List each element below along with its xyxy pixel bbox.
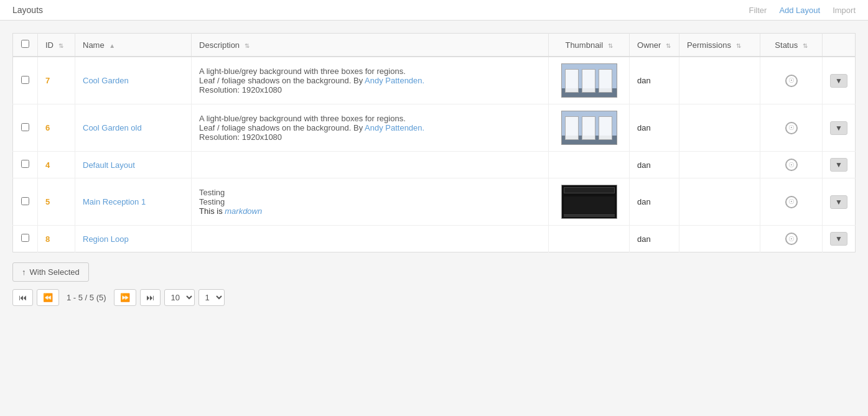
- id-column-label: ID: [45, 40, 54, 50]
- row-permissions: [679, 226, 760, 252]
- row-permissions: [679, 178, 760, 226]
- garden-thumbnail: [561, 63, 617, 98]
- row-desc-line1: A light-blue/grey background with three …: [199, 114, 541, 123]
- row-name: Main Reception 1: [75, 178, 192, 226]
- perm-column-header[interactable]: Permissions ⇅: [679, 34, 760, 57]
- first-page-button[interactable]: ⏮: [12, 289, 33, 306]
- thumb-inner-row: [564, 196, 615, 213]
- with-selected-button[interactable]: ↑ With Selected: [12, 262, 89, 282]
- row-name-link[interactable]: Default Layout: [83, 160, 135, 170]
- thumb-box3: [599, 116, 612, 140]
- table-row: 6Cool Garden oldA light-blue/grey backgr…: [13, 104, 856, 152]
- with-selected-label: With Selected: [30, 267, 80, 277]
- status-circle-icon: ☉: [785, 159, 798, 171]
- page-number-select[interactable]: 1: [198, 289, 225, 306]
- status-circle-icon: ☉: [785, 196, 798, 208]
- row-desc-author-link[interactable]: Andy Pattenden.: [365, 123, 424, 132]
- pagination: ⏮ ⏪ 1 - 5 / 5 (5) ⏩ ⏭ 10 25 50 1: [12, 289, 856, 306]
- row-name-link[interactable]: Cool Garden old: [83, 123, 142, 132]
- row-checkbox-cell: [13, 226, 38, 252]
- table-row: 5Main Reception 1TestingTestingThis is m…: [13, 178, 856, 226]
- thumb-box2: [582, 116, 595, 140]
- row-status: ☉: [760, 152, 823, 178]
- row-checkbox-cell: [13, 152, 38, 178]
- action-column-header: [823, 34, 856, 57]
- row-id: 6: [38, 104, 75, 152]
- row-checkbox[interactable]: [21, 234, 29, 242]
- row-checkbox[interactable]: [21, 123, 29, 131]
- thumb-box1: [565, 69, 579, 93]
- row-checkbox[interactable]: [21, 197, 29, 205]
- id-column-header[interactable]: ID ⇅: [38, 34, 75, 57]
- row-status: ☉: [760, 226, 823, 252]
- row-owner: dan: [630, 226, 679, 252]
- row-action-dropdown-button[interactable]: ▼: [830, 232, 847, 246]
- owner-column-label: Owner: [637, 40, 661, 50]
- row-thumbnail: [549, 104, 630, 152]
- table-header-row: ID ⇅ Name ▲ Description ⇅ Thumbnail ⇅ Ow…: [13, 34, 856, 57]
- row-desc-author-link[interactable]: Andy Pattenden.: [365, 76, 424, 85]
- desc-sort-icon: ⇅: [245, 42, 250, 49]
- row-permissions: [679, 57, 760, 104]
- row-permissions: [679, 104, 760, 152]
- thumb-column-label: Thumbnail: [565, 40, 603, 50]
- row-checkbox[interactable]: [21, 76, 29, 84]
- status-column-label: Status: [775, 40, 798, 50]
- next-page-button[interactable]: ⏩: [114, 289, 136, 306]
- row-permissions: [679, 152, 760, 178]
- main-content: ID ⇅ Name ▲ Description ⇅ Thumbnail ⇅ Ow…: [0, 21, 868, 318]
- owner-column-header[interactable]: Owner ⇅: [630, 34, 679, 57]
- row-action-dropdown-button[interactable]: ▼: [830, 121, 847, 135]
- select-all-checkbox[interactable]: [21, 40, 29, 48]
- row-action-dropdown-button[interactable]: ▼: [830, 195, 847, 209]
- desc-column-header[interactable]: Description ⇅: [192, 34, 549, 57]
- row-action-cell: ▼: [823, 178, 856, 226]
- row-status: ☉: [760, 57, 823, 104]
- row-action-dropdown-button[interactable]: ▼: [830, 74, 847, 88]
- perm-column-label: Permissions: [687, 40, 731, 50]
- row-owner: dan: [630, 57, 679, 104]
- status-sort-icon: ⇅: [803, 42, 808, 49]
- row-id: 5: [38, 178, 75, 226]
- row-desc-markdown-link[interactable]: markdown: [225, 206, 262, 216]
- name-column-header[interactable]: Name ▲: [75, 34, 192, 57]
- row-desc-line2: Leaf / foliage shadows on the background…: [199, 123, 541, 132]
- top-bar-actions: Filter Add Layout Import: [749, 6, 856, 15]
- row-owner: dan: [630, 104, 679, 152]
- row-owner: dan: [630, 152, 679, 178]
- status-column-header[interactable]: Status ⇅: [760, 34, 823, 57]
- page-info: 1 - 5 / 5 (5): [63, 293, 110, 302]
- row-desc-line1: A light-blue/grey background with three …: [199, 67, 541, 76]
- row-description: A light-blue/grey background with three …: [192, 57, 549, 104]
- table-row: 4Default Layoutdan☉▼: [13, 152, 856, 178]
- garden-thumbnail: [561, 111, 617, 145]
- row-name-link[interactable]: Cool Garden: [83, 76, 129, 85]
- import-link[interactable]: Import: [833, 6, 856, 15]
- row-desc-testing: Testing: [199, 197, 541, 206]
- rows-per-page-select[interactable]: 10 25 50: [164, 289, 195, 306]
- row-thumbnail: [549, 57, 630, 104]
- thumb-inner-bar: [564, 187, 615, 193]
- status-circle-icon: ☉: [785, 233, 798, 245]
- prev-page-button[interactable]: ⏪: [37, 289, 59, 306]
- row-desc-resolution: Resolution: 1920x1080: [199, 132, 541, 142]
- last-page-button[interactable]: ⏭: [140, 289, 161, 306]
- name-column-label: Name: [83, 40, 105, 50]
- add-layout-link[interactable]: Add Layout: [779, 6, 820, 15]
- id-sort-icon: ⇅: [58, 42, 63, 49]
- thumb-column-header[interactable]: Thumbnail ⇅: [549, 34, 630, 57]
- select-all-header[interactable]: [13, 34, 38, 57]
- row-desc-resolution: Resolution: 1920x1080: [199, 85, 541, 95]
- filter-link[interactable]: Filter: [749, 6, 767, 15]
- row-checkbox[interactable]: [21, 160, 29, 168]
- thumb-bottom-bar: [564, 214, 615, 217]
- row-action-dropdown-button[interactable]: ▼: [830, 158, 847, 172]
- row-desc-line2: Leaf / foliage shadows on the background…: [199, 76, 541, 85]
- bottom-actions: ↑ With Selected ⏮ ⏪ 1 - 5 / 5 (5) ⏩ ⏭ 10…: [12, 262, 856, 306]
- name-sort-icon: ▲: [109, 42, 115, 49]
- row-id: 8: [38, 226, 75, 252]
- row-name-link[interactable]: Region Loop: [83, 234, 129, 244]
- row-status: ☉: [760, 104, 823, 152]
- row-name-link[interactable]: Main Reception 1: [83, 197, 146, 206]
- row-checkbox-cell: [13, 104, 38, 152]
